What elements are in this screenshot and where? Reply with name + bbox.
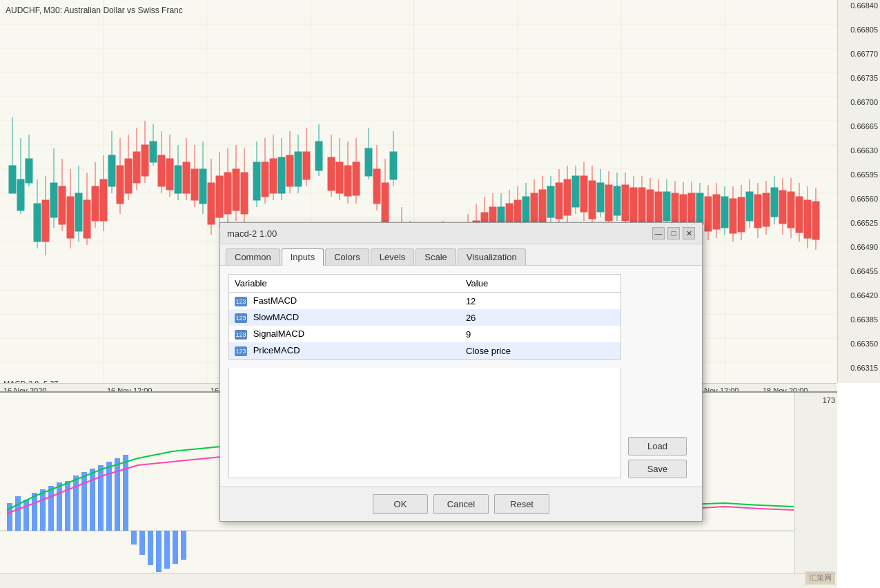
svg-rect-192 [605, 185, 612, 221]
svg-rect-195 [638, 188, 645, 226]
price-tick-13: 0.66420 [850, 291, 878, 300]
svg-rect-141 [721, 197, 728, 228]
table-row[interactable]: 123 SignalMACD 9 [229, 326, 621, 342]
svg-rect-218 [48, 486, 54, 531]
table-row[interactable]: 123 PriceMACD Close price [229, 342, 621, 360]
svg-rect-233 [173, 531, 178, 564]
svg-rect-46 [175, 166, 182, 193]
svg-rect-142 [746, 192, 753, 221]
tab-common[interactable]: Common [226, 248, 280, 265]
svg-rect-226 [115, 458, 120, 531]
svg-rect-211 [812, 202, 819, 239]
svg-rect-231 [156, 531, 162, 572]
var-value-signalmacd[interactable]: 9 [460, 326, 621, 342]
var-icon-signalmacd: 123 [235, 330, 247, 340]
table-row[interactable]: 123 FastMACD 12 [229, 293, 621, 310]
ok-button[interactable]: OK [373, 494, 428, 514]
svg-rect-92 [117, 166, 124, 204]
svg-rect-95 [141, 145, 148, 176]
minimize-button[interactable]: — [652, 227, 665, 239]
col-value: Value [460, 275, 621, 293]
svg-rect-208 [788, 192, 794, 228]
close-button[interactable]: ✕ [683, 227, 695, 239]
dialog-titlebar[interactable]: macd-2 1.00 — □ ✕ [220, 223, 702, 244]
svg-rect-104 [241, 173, 248, 214]
svg-rect-86 [42, 200, 49, 242]
tab-colors[interactable]: Colors [325, 248, 369, 265]
svg-rect-43 [75, 193, 82, 231]
svg-rect-90 [92, 186, 99, 221]
svg-rect-93 [125, 159, 132, 193]
dialog-content: Variable Value 123 FastMACD 12 [220, 266, 702, 487]
price-tick-5: 0.66700 [850, 98, 878, 106]
svg-rect-191 [589, 181, 596, 219]
svg-rect-98 [183, 162, 190, 193]
var-value-fastmacd[interactable]: 12 [460, 293, 621, 310]
buttons-wrapper: Load Save [628, 274, 694, 478]
tab-levels[interactable]: Levels [371, 248, 415, 265]
cancel-button[interactable]: Cancel [433, 494, 489, 514]
svg-rect-234 [181, 531, 186, 560]
svg-rect-137 [597, 183, 604, 212]
svg-rect-135 [547, 186, 554, 217]
table-empty-area [228, 368, 621, 478]
var-icon-fastmacd: 123 [235, 297, 247, 306]
svg-rect-138 [614, 186, 620, 215]
svg-rect-203 [730, 199, 736, 233]
svg-rect-94 [133, 152, 140, 183]
load-button[interactable]: Load [628, 437, 687, 455]
svg-rect-111 [344, 166, 351, 196]
svg-rect-201 [705, 197, 712, 231]
price-tick-10: 0.66525 [850, 219, 878, 227]
svg-rect-42 [50, 183, 57, 217]
svg-rect-228 [131, 531, 137, 545]
svg-rect-216 [32, 493, 37, 531]
var-name-pricemacd: PriceMACD [253, 345, 300, 355]
svg-rect-209 [796, 197, 803, 233]
var-value-slowmacd[interactable]: 26 [460, 309, 621, 326]
svg-rect-204 [738, 197, 745, 232]
tab-scale[interactable]: Scale [415, 248, 456, 265]
svg-rect-221 [73, 476, 79, 531]
svg-rect-194 [630, 188, 637, 224]
price-axis: 0.66840 0.66805 0.66770 0.66735 0.66700 … [837, 0, 880, 383]
tab-visualization[interactable]: Visualization [458, 248, 526, 265]
svg-rect-99 [191, 169, 198, 200]
svg-rect-215 [23, 500, 29, 531]
svg-rect-140 [696, 193, 703, 224]
svg-rect-230 [148, 531, 153, 565]
price-tick-2: 0.66805 [850, 26, 878, 34]
svg-rect-52 [365, 148, 372, 176]
price-tick-4: 0.66735 [850, 74, 878, 82]
price-tick-15: 0.66350 [850, 340, 878, 348]
svg-rect-200 [688, 193, 695, 226]
table-row[interactable]: 123 SlowMACD 26 [229, 309, 621, 326]
svg-rect-113 [373, 169, 380, 204]
table-header: Variable Value [229, 275, 621, 293]
svg-rect-38 [9, 166, 16, 193]
maximize-button[interactable]: □ [667, 227, 680, 239]
dialog: macd-2 1.00 — □ ✕ Common Inputs Colors L… [219, 222, 703, 522]
price-tick-8: 0.66595 [850, 170, 878, 179]
price-tick-16: 0.66315 [850, 364, 878, 372]
svg-rect-136 [572, 176, 579, 207]
svg-rect-227 [123, 455, 128, 531]
svg-rect-139 [663, 192, 670, 221]
price-tick-11: 0.66490 [850, 243, 878, 251]
var-name-fastmacd: FastMACD [253, 295, 297, 306]
svg-rect-210 [804, 200, 811, 238]
svg-rect-48 [253, 162, 260, 200]
svg-rect-96 [158, 155, 165, 186]
var-value-pricemacd[interactable]: Close price [460, 342, 621, 360]
svg-rect-47 [199, 169, 206, 204]
dialog-title: macd-2 1.00 [227, 228, 277, 239]
svg-rect-190 [580, 176, 587, 212]
svg-rect-188 [556, 183, 563, 219]
svg-rect-44 [108, 155, 115, 186]
svg-rect-88 [67, 197, 74, 238]
var-name-signalmacd: SignalMACD [253, 329, 304, 339]
save-button[interactable]: Save [628, 460, 687, 478]
tab-inputs[interactable]: Inputs [282, 248, 324, 266]
price-tick-14: 0.66385 [850, 315, 878, 324]
reset-button[interactable]: Reset [494, 494, 549, 514]
